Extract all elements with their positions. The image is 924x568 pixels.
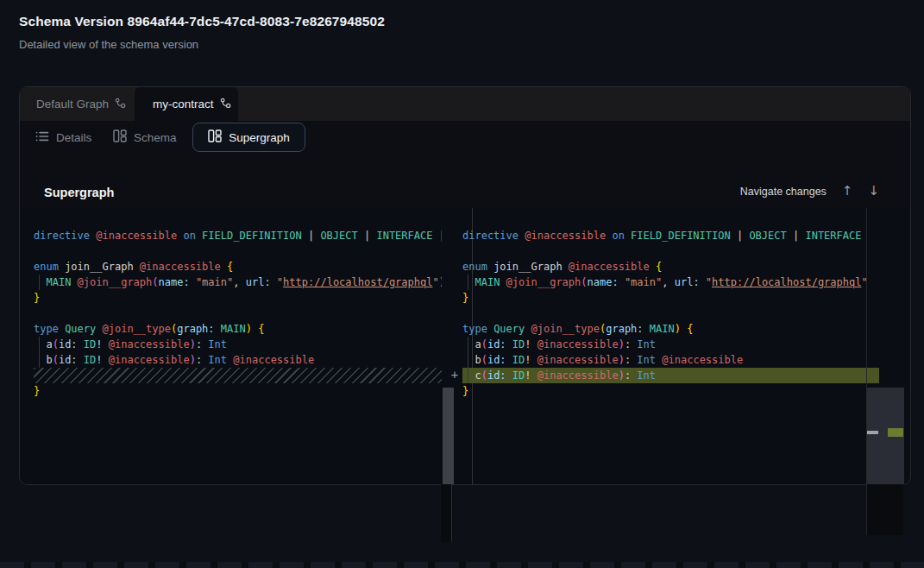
subtab-details[interactable]: Details: [35, 121, 91, 154]
right-scrollbar-track-overflow: [866, 484, 903, 535]
code-line: MAIN @join__graph(name: "main", url: "ht…: [21, 275, 442, 290]
arrow-down-icon[interactable]: ↓: [868, 185, 879, 198]
overview-cursor-marker: [867, 431, 878, 434]
subtab-supergraph[interactable]: Supergraph: [192, 123, 305, 152]
diff-insert-sign: +: [448, 368, 462, 382]
tab-default-graph[interactable]: Default Graph: [20, 87, 135, 121]
subtab-schema-label: Schema: [134, 131, 177, 144]
indent-guide: [468, 337, 468, 383]
code-line: }: [454, 383, 866, 399]
navigate-changes: Navigate changes ↑ ↓: [740, 185, 879, 198]
panels-icon: [113, 129, 127, 145]
code-line: a(id: ID! @inaccessible): Int: [454, 337, 866, 352]
tab-default-graph-label: Default Graph: [36, 98, 109, 110]
code-line: enum join__Graph @inaccessible {: [21, 259, 442, 275]
indent-guide: [468, 275, 468, 290]
view-subtabs: Details Schema: [20, 121, 910, 154]
left-scrollbar-thumb[interactable]: [443, 388, 454, 485]
code-line: }: [454, 290, 866, 306]
variant-tabstrip: Default Graph my-contract: [20, 87, 910, 121]
code-line: [454, 243, 866, 259]
supergraph-section-title: Supergraph: [44, 186, 114, 199]
diff-editor: directive @inaccessible on FIELD_DEFINIT…: [21, 208, 909, 484]
bottom-dashed-edge: [0, 562, 924, 568]
indent-guide: [39, 275, 40, 290]
code-line: }: [21, 290, 442, 306]
variant-fork-icon: [220, 98, 231, 111]
code-line: [454, 306, 866, 321]
code-line: type Query @join__type(graph: MAIN) {: [21, 321, 442, 337]
navigate-changes-label: Navigate changes: [740, 186, 827, 198]
schema-version-card: Default Graph my-contract: [19, 86, 911, 485]
code-line: enum join__Graph @inaccessible {: [454, 259, 866, 275]
subtab-details-label: Details: [56, 131, 91, 144]
code-line: directive @inaccessible on FIELD_DEFINIT…: [21, 228, 442, 243]
subtab-schema[interactable]: Schema: [113, 121, 177, 154]
code-line: type Query @join__type(graph: MAIN) {: [454, 321, 866, 337]
code-line: [21, 243, 442, 259]
code-line: MAIN @join__graph(name: "main", url: "ht…: [454, 275, 866, 290]
code-line: b(id: ID! @inaccessible): Int @inaccessi…: [21, 352, 442, 368]
code-line: b(id: ID! @inaccessible): Int @inaccessi…: [454, 352, 866, 368]
arrow-up-icon[interactable]: ↑: [842, 185, 853, 198]
indent-guide: [39, 337, 40, 368]
diff-pane-modified[interactable]: directive @inaccessible on FIELD_DEFINIT…: [454, 208, 866, 484]
schema-version-page: Schema Version 8964af44-7dc5-47cd-8083-7…: [0, 0, 924, 568]
code-line: a(id: ID! @inaccessible): Int: [21, 337, 442, 352]
page-subtitle: Detailed view of the schema version: [19, 38, 198, 51]
tab-my-contract[interactable]: my-contract: [135, 87, 238, 121]
code-line: }: [21, 383, 442, 399]
panels-icon: [208, 129, 222, 145]
tab-my-contract-label: my-contract: [153, 98, 214, 110]
overview-added-marker: [888, 428, 903, 437]
diff-placeholder-row: [34, 368, 442, 383]
list-icon: [35, 130, 49, 145]
left-scrollbar-track-overflow: [441, 484, 452, 542]
variant-fork-icon: [115, 98, 126, 111]
subtab-supergraph-label: Supergraph: [229, 131, 290, 144]
page-title: Schema Version 8964af44-7dc5-47cd-8083-7…: [19, 14, 385, 29]
diff-pane-original[interactable]: directive @inaccessible on FIELD_DEFINIT…: [21, 208, 442, 484]
code-line: directive @inaccessible on FIELD_DEFINIT…: [454, 228, 866, 243]
code-line: [21, 306, 442, 321]
diff-added-line: c(id: ID! @inaccessible): Int: [462, 368, 879, 383]
